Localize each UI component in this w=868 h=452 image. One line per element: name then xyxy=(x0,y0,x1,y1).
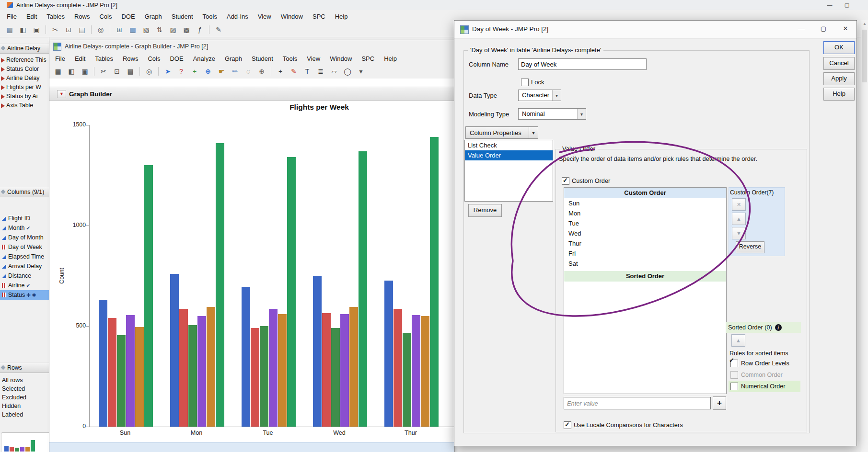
bar-tue-series-3[interactable] xyxy=(260,326,268,427)
column-item-status[interactable]: Status✚ ✱ xyxy=(0,290,49,300)
custom-order-checkbox[interactable] xyxy=(562,177,569,185)
main-window-titlebar[interactable]: Airline Delays- complete - JMP Pro [2] —… xyxy=(0,0,868,11)
graph-window-titlebar[interactable]: Airline Delays- complete - Graph Builder… xyxy=(49,40,454,53)
help-cursor-icon[interactable]: ? xyxy=(175,65,187,78)
menu-file[interactable]: File xyxy=(50,53,70,64)
summary-icon[interactable]: ▥ xyxy=(127,23,139,36)
common-order-checkbox[interactable] xyxy=(730,371,738,379)
bar-sun-series-1[interactable] xyxy=(99,300,107,427)
reverse-button[interactable]: Reverse xyxy=(736,241,764,253)
apply-button[interactable]: Apply xyxy=(823,72,855,85)
globe-tool-icon[interactable]: ⊕ xyxy=(202,65,214,78)
locale-comparisons-checkbox[interactable] xyxy=(564,421,571,429)
help-button[interactable]: Help xyxy=(823,88,855,101)
column-item-flight-id[interactable]: Flight ID xyxy=(0,214,49,223)
value-order-item-thur[interactable]: Thur xyxy=(564,238,726,249)
menu-graph[interactable]: Graph xyxy=(220,53,247,64)
polygon-tool-icon[interactable]: ▱ xyxy=(328,65,340,78)
magnifier-tool-icon[interactable]: ⊕ xyxy=(255,65,268,78)
menu-view[interactable]: View xyxy=(302,53,325,64)
column-name-input[interactable] xyxy=(518,58,647,70)
grabber-tool-icon[interactable]: ☛ xyxy=(215,65,228,78)
move-up-button[interactable]: ▲ xyxy=(732,213,746,225)
lock-checkbox[interactable] xyxy=(521,79,529,86)
graph-builder-outline-header[interactable]: ▼ Graph Builder xyxy=(49,87,454,101)
pencil-tool-icon[interactable]: ✎ xyxy=(288,65,300,78)
bar-wed-series-2[interactable] xyxy=(322,313,331,427)
open-icon[interactable]: ◧ xyxy=(65,65,78,78)
zoom-icon[interactable]: ◎ xyxy=(143,65,155,78)
bar-wed-series-5[interactable] xyxy=(349,307,358,427)
numerical-order-checkbox[interactable] xyxy=(730,383,738,390)
bar-tue-series-6[interactable] xyxy=(287,157,296,427)
menu-doe[interactable]: DOE xyxy=(165,53,188,64)
x-axis-label-sun[interactable]: Sun xyxy=(110,429,140,436)
value-order-item-sat[interactable]: Sat xyxy=(564,259,726,269)
panel-disclosure-icon[interactable] xyxy=(1,46,6,51)
menu-cols[interactable]: Cols xyxy=(94,11,116,22)
more-dropdown-icon[interactable]: ▾ xyxy=(355,65,367,78)
table-script-flights-per-w[interactable]: Flights per W xyxy=(0,83,49,92)
cut-icon[interactable]: ✂ xyxy=(97,65,110,78)
sort-icon[interactable]: ⇅ xyxy=(153,23,166,36)
red-triangle-icon[interactable] xyxy=(1,76,5,81)
menu-doe[interactable]: DOE xyxy=(116,11,139,22)
column-item-elapsed-time[interactable]: Elapsed Time xyxy=(0,252,49,261)
close-button[interactable]: ✕ xyxy=(834,21,856,36)
crosshair-tool-icon[interactable]: + xyxy=(188,65,201,78)
menu-spc[interactable]: SPC xyxy=(308,11,330,22)
dialog-titlebar[interactable]: Day of Week - JMP Pro [2] —▢✕ xyxy=(454,21,856,39)
save-icon[interactable]: ▣ xyxy=(30,23,43,36)
bar-mon-series-2[interactable] xyxy=(179,309,188,427)
column-item-month[interactable]: Month✔ xyxy=(0,223,49,233)
column-item-distance[interactable]: Distance xyxy=(0,271,49,281)
bar-thur-series-6[interactable] xyxy=(430,137,439,427)
zoom-icon[interactable]: ◎ xyxy=(94,23,107,36)
bar-sun-series-2[interactable] xyxy=(108,318,116,427)
bar-wed-series-4[interactable] xyxy=(340,314,349,427)
columns-panel-header[interactable]: Columns (9/1) xyxy=(0,187,49,197)
bar-sun-series-5[interactable] xyxy=(135,327,144,427)
remove-property-button[interactable]: Remove xyxy=(468,204,502,217)
value-order-item-sun[interactable]: Sun xyxy=(564,198,726,208)
menu-edit[interactable]: Edit xyxy=(70,53,90,64)
annotate-plus-icon[interactable]: + xyxy=(274,65,287,78)
table-script-axis-table[interactable]: Axis Table xyxy=(0,101,49,110)
bar-mon-series-5[interactable] xyxy=(207,307,215,427)
menu-analyze[interactable]: Analyze xyxy=(188,53,220,64)
menu-help[interactable]: Help xyxy=(379,53,402,64)
menu-tools[interactable]: Tools xyxy=(278,53,302,64)
red-triangle-icon[interactable] xyxy=(1,58,5,63)
data-type-select[interactable]: Character ▾ xyxy=(518,90,561,101)
menu-window[interactable]: Window xyxy=(325,53,357,64)
bar-thur-series-5[interactable] xyxy=(421,316,429,427)
info-icon[interactable]: i xyxy=(775,324,782,331)
sorted-move-up-button[interactable]: ▲ xyxy=(731,334,745,347)
bar-tue-series-2[interactable] xyxy=(251,328,259,427)
column-properties-button[interactable]: Column Properties ▾ xyxy=(465,126,538,139)
menu-rows[interactable]: Rows xyxy=(69,11,95,22)
bar-sun-series-4[interactable] xyxy=(126,315,135,427)
menu-spc[interactable]: SPC xyxy=(357,53,379,64)
enter-value-input[interactable] xyxy=(564,397,711,409)
formula-icon[interactable]: ƒ xyxy=(194,23,206,36)
chart-icon[interactable]: ▩ xyxy=(180,23,193,36)
paste-icon[interactable]: ▤ xyxy=(124,65,137,78)
bar-thur-series-2[interactable] xyxy=(393,309,402,427)
stack-icon[interactable]: ▨ xyxy=(167,23,179,36)
bar-tue-series-4[interactable] xyxy=(269,309,278,427)
menu-student[interactable]: Student xyxy=(247,53,278,64)
red-triangle-icon[interactable] xyxy=(1,85,5,90)
minimize-button[interactable]: — xyxy=(821,0,838,10)
property-item-value-order[interactable]: Value Order xyxy=(465,150,553,160)
move-down-button[interactable]: ▼ xyxy=(732,227,746,239)
red-triangle-menu-icon[interactable]: ▼ xyxy=(57,90,66,98)
bar-tue-series-5[interactable] xyxy=(278,314,287,427)
taskbar-thumbnail-preview[interactable] xyxy=(1,432,49,452)
modeling-type-select[interactable]: Nominal ▾ xyxy=(518,108,586,120)
column-item-arrival-delay[interactable]: Arrival Delay xyxy=(0,261,49,271)
annotate-pen-icon[interactable]: ✎ xyxy=(212,23,225,36)
x-axis-label-mon[interactable]: Mon xyxy=(181,429,212,436)
menu-window[interactable]: Window xyxy=(276,11,308,22)
copy-icon[interactable]: ⊡ xyxy=(111,65,123,78)
